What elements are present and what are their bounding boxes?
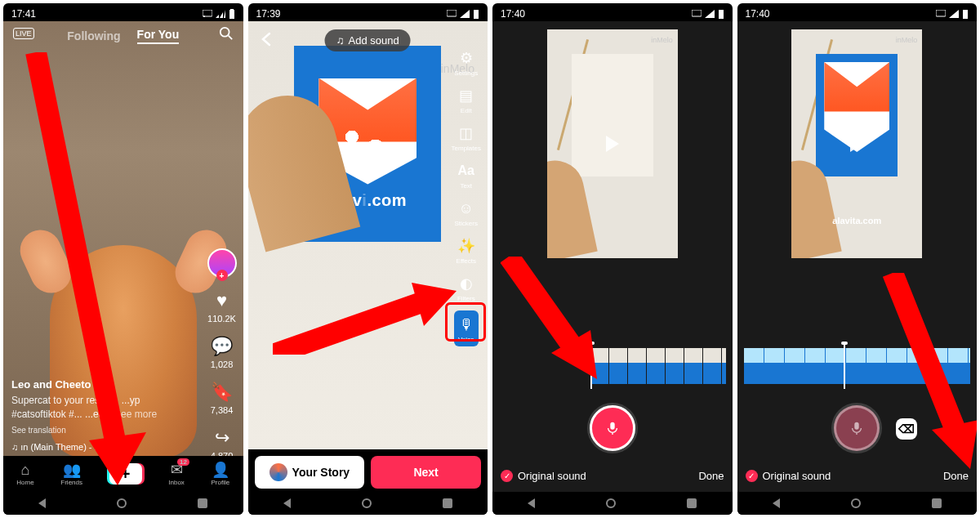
status-icons (692, 9, 724, 19)
svg-rect-17 (936, 10, 946, 16)
svg-point-4 (220, 28, 229, 37)
see-translation-link[interactable]: See translation (11, 425, 186, 436)
phone-screen-2: 17:39 alavi.com inMelo ♫Add sound ⚙Setti… (248, 3, 488, 515)
back-icon[interactable] (258, 31, 274, 47)
text-icon: Aa (456, 160, 477, 181)
android-recents-icon[interactable] (198, 498, 207, 508)
comment-button[interactable]: 💬1,028 (211, 335, 234, 369)
delete-recording-button[interactable]: ⌫ (896, 418, 917, 440)
see-more-link[interactable]: See more (114, 409, 157, 420)
voiceover-editor: inMelo alavita.com ⌫ ✓ Original sound Do… (737, 21, 978, 492)
tool-edit[interactable]: ▤Edit (456, 85, 477, 114)
author-name[interactable]: Leo and Cheeto (11, 377, 186, 392)
sound-label[interactable]: ♫ ın (Main Theme) - 101... (11, 441, 186, 453)
status-time: 17:41 (11, 8, 36, 20)
svg-rect-13 (719, 10, 724, 19)
tool-filters[interactable]: ◐Filters (456, 273, 477, 302)
play-icon[interactable] (850, 136, 863, 152)
status-time: 17:40 (746, 8, 770, 20)
music-note-icon: ♫ (336, 34, 345, 47)
android-back-icon[interactable] (38, 498, 46, 508)
microphone-icon (849, 421, 864, 435)
status-bar: 17:40 (492, 3, 733, 21)
status-bar: 17:41 (3, 3, 243, 21)
add-sound-button[interactable]: ♫Add sound (325, 29, 411, 51)
backspace-icon: ⌫ (898, 422, 915, 435)
tab-for-you[interactable]: For You (137, 28, 180, 44)
nav-inbox[interactable]: ✉12Inbox (168, 462, 185, 486)
bookmark-button[interactable]: 🔖7,384 (211, 381, 234, 415)
svg-line-5 (228, 36, 232, 40)
android-back-icon[interactable] (283, 498, 291, 508)
timeline[interactable] (590, 348, 726, 384)
android-back-icon[interactable] (528, 498, 535, 508)
nav-create-button[interactable]: + (109, 463, 142, 485)
android-home-icon[interactable] (606, 498, 616, 508)
original-sound-toggle[interactable]: ✓ Original sound (746, 470, 831, 482)
android-home-icon[interactable] (117, 498, 127, 508)
status-time: 17:39 (256, 8, 281, 20)
voiceover-bottom-bar: ✓ Original sound Done (746, 462, 969, 489)
easel-content: alavi.com (294, 46, 441, 242)
android-recents-icon[interactable] (443, 498, 452, 508)
android-recents-icon[interactable] (687, 498, 697, 508)
android-nav-bar (737, 492, 978, 515)
author-avatar[interactable]: + (207, 248, 237, 278)
video-preview[interactable]: inMelo (547, 29, 678, 258)
status-icons (447, 9, 479, 19)
svg-rect-19 (855, 422, 859, 430)
record-button[interactable] (834, 405, 880, 451)
signal-icon (216, 10, 225, 18)
svg-rect-3 (230, 9, 234, 10)
android-recents-icon[interactable] (932, 498, 942, 508)
watermark-label: inMelo (896, 36, 918, 44)
android-back-icon[interactable] (773, 498, 780, 508)
like-button[interactable]: ♥110.2K (207, 289, 236, 324)
timeline-playhead[interactable] (844, 343, 845, 389)
record-button[interactable] (590, 405, 635, 451)
timeline[interactable] (744, 348, 971, 384)
like-count: 110.2K (207, 314, 236, 324)
original-sound-toggle[interactable]: ✓ Original sound (501, 470, 586, 482)
play-icon[interactable] (606, 136, 619, 152)
check-icon: ✓ (746, 470, 758, 482)
nav-friends[interactable]: 👥Friends (60, 462, 82, 486)
timeline-playhead[interactable] (590, 343, 592, 389)
bookmark-count: 7,384 (211, 405, 234, 415)
status-icons (203, 9, 235, 19)
svg-point-1 (203, 16, 205, 17)
done-button[interactable]: Done (943, 470, 969, 482)
done-button[interactable]: Done (698, 470, 724, 482)
svg-rect-12 (692, 10, 702, 16)
effects-icon: ✨ (456, 235, 477, 257)
android-home-icon[interactable] (851, 498, 861, 508)
tab-following[interactable]: Following (67, 29, 120, 42)
battery-icon (229, 9, 235, 19)
tool-stickers[interactable]: ☺Stickers (455, 198, 478, 227)
android-home-icon[interactable] (362, 498, 372, 508)
follow-plus-icon[interactable]: + (216, 270, 228, 281)
search-icon[interactable] (219, 26, 234, 41)
filters-icon: ◐ (456, 273, 477, 294)
svg-rect-18 (963, 10, 968, 19)
status-bar: 17:39 (248, 3, 488, 21)
bottom-nav: ⌂Home 👥Friends + ✉12Inbox 👤Profile (3, 456, 243, 492)
gear-icon: ⚙ (456, 47, 477, 69)
android-nav-bar (248, 492, 488, 515)
tool-text[interactable]: AaText (456, 160, 477, 190)
video-caption: Leo and Cheeto Supercat to your res... .… (11, 377, 186, 453)
annotation-highlight-box (445, 302, 486, 342)
check-icon: ✓ (501, 470, 513, 482)
tool-templates[interactable]: ◫Templates (452, 123, 481, 152)
nav-profile[interactable]: 👤Profile (211, 462, 229, 486)
video-preview[interactable]: inMelo alavita.com (791, 29, 922, 258)
svg-rect-2 (229, 10, 234, 19)
tool-settings[interactable]: ⚙Settings (454, 47, 478, 77)
nav-home[interactable]: ⌂Home (16, 462, 33, 486)
your-story-button[interactable]: Your Story (255, 456, 365, 489)
status-time: 17:40 (501, 8, 525, 20)
status-bar: 17:40 (737, 3, 978, 21)
svg-rect-14 (610, 422, 614, 430)
next-button[interactable]: Next (371, 456, 481, 489)
tool-effects[interactable]: ✨Effects (456, 235, 477, 265)
